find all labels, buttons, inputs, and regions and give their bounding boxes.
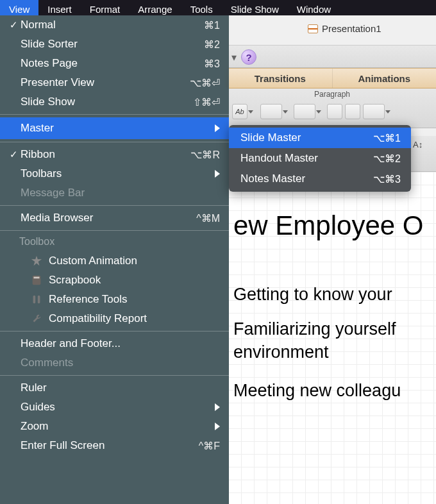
wrench-icon — [31, 313, 42, 324]
menu-item-media-browser[interactable]: Media Browser ^⌘M — [0, 208, 229, 228]
menu-item-ribbon[interactable]: ✓ Ribbon ⌥⌘R — [0, 145, 229, 164]
svg-marker-0 — [31, 256, 42, 265]
menu-item-guides[interactable]: Guides — [0, 398, 229, 417]
submenu-slide-master[interactable]: Slide Master ⌥⌘1 — [229, 128, 411, 148]
tab-transitions[interactable]: Transitions — [228, 69, 333, 88]
submenu-shortcut: ⌥⌘2 — [373, 153, 401, 165]
document-title: Presentation1 — [308, 23, 382, 34]
view-menu-dropdown: ✓ Normal ⌘1 Slide Sorter ⌘2 Notes Page ⌘… — [0, 15, 229, 504]
master-submenu: Slide Master ⌥⌘1 Handout Master ⌥⌘2 Note… — [229, 125, 411, 192]
menu-item-toolbars[interactable]: Toolbars — [0, 164, 229, 183]
svg-rect-2 — [34, 277, 40, 279]
ribbon-text-group: A↕ — [410, 136, 436, 172]
help-button[interactable]: ? — [241, 49, 256, 65]
svg-rect-4 — [38, 296, 40, 304]
increase-indent-icon[interactable] — [345, 104, 360, 119]
menu-item-ruler[interactable]: Ruler — [0, 378, 229, 398]
decrease-indent-icon[interactable] — [327, 104, 342, 119]
line-spacing-icon[interactable] — [363, 104, 385, 119]
submenu-arrow-icon — [215, 124, 220, 132]
svg-rect-3 — [33, 296, 36, 304]
tab-animations[interactable]: Animations — [333, 69, 437, 88]
toolbox-scrapbook[interactable]: Scrapbook — [0, 271, 229, 290]
submenu-item-label: Notes Master — [240, 172, 373, 185]
submenu-arrow-icon — [215, 403, 220, 411]
toolbox-item-label: Reference Tools — [49, 293, 128, 306]
menu-item-message-bar: Message Bar — [0, 183, 229, 203]
menu-item-label: Toolbars — [19, 167, 215, 180]
menu-item-label: Ruler — [19, 382, 220, 394]
menu-window[interactable]: Window — [288, 0, 340, 15]
menu-shortcut: ⌘2 — [204, 38, 220, 51]
menu-item-label: Enter Full Screen — [19, 439, 199, 452]
menu-shortcut: ^⌘F — [199, 440, 220, 452]
submenu-arrow-icon — [215, 423, 220, 430]
toolbox-item-label: Compatibility Report — [49, 312, 147, 325]
slide-canvas[interactable]: ew Employee O Getting to know your Famil… — [228, 172, 436, 504]
menu-item-label: Media Browser — [19, 212, 196, 224]
submenu-handout-master[interactable]: Handout Master ⌥⌘2 — [229, 148, 411, 169]
toolbox-reference-tools[interactable]: Reference Tools — [0, 290, 229, 309]
menu-item-label: Guides — [19, 401, 215, 414]
toolbox-item-label: Scrapbook — [49, 274, 101, 287]
menu-insert[interactable]: Insert — [38, 0, 81, 15]
menu-slideshow[interactable]: Slide Show — [222, 0, 288, 15]
menu-item-label: Presenter View — [19, 76, 190, 89]
menu-item-label: Notes Page — [19, 57, 204, 70]
check-icon: ✓ — [8, 149, 19, 160]
slide-body-line[interactable]: Meeting new colleagu — [233, 381, 401, 401]
menu-item-label: Normal — [19, 19, 204, 31]
star-icon — [31, 255, 42, 267]
slide-title-text[interactable]: ew Employee O — [233, 210, 423, 241]
slide-body-line[interactable]: Getting to know your — [233, 285, 392, 305]
menu-item-enter-full-screen[interactable]: Enter Full Screen ^⌘F — [0, 436, 229, 455]
toolbox-custom-animation[interactable]: Custom Animation — [0, 251, 229, 271]
toolbox-compatibility-report[interactable]: Compatibility Report — [0, 309, 229, 328]
menu-view[interactable]: View — [0, 0, 38, 15]
text-direction-icon[interactable]: A↕ — [413, 140, 423, 149]
menu-shortcut: ⌘3 — [204, 58, 220, 70]
toolbar-overflow-caret[interactable]: ▾ — [228, 50, 240, 64]
toolbox-section-label: Toolbox — [0, 233, 229, 251]
slide-body-line[interactable]: Familiarizing yourself — [233, 319, 396, 339]
menu-item-normal[interactable]: ✓ Normal ⌘1 — [0, 15, 229, 35]
change-case-icon[interactable]: Ab — [232, 104, 247, 119]
menu-item-label: Master — [19, 122, 215, 135]
menu-item-zoom[interactable]: Zoom — [0, 417, 229, 436]
quick-access-toolbar: ▾ ? — [228, 45, 436, 68]
menu-format[interactable]: Format — [81, 0, 130, 15]
document-title-text: Presentation1 — [322, 23, 382, 34]
submenu-arrow-icon — [215, 170, 220, 178]
menubar: View Insert Format Arrange Tools Slide S… — [0, 0, 436, 15]
menu-item-header-footer[interactable]: Header and Footer... — [0, 334, 229, 353]
check-icon: ✓ — [8, 19, 19, 31]
menu-item-master[interactable]: Master — [0, 117, 229, 139]
reference-tools-icon — [31, 294, 42, 305]
menu-item-notes-page[interactable]: Notes Page ⌘3 — [0, 54, 229, 73]
submenu-item-label: Handout Master — [240, 152, 373, 165]
paragraph-group-label: Paragraph — [228, 90, 436, 99]
menu-item-label: Comments — [19, 357, 220, 369]
toolbox-item-label: Custom Animation — [49, 255, 137, 267]
menu-shortcut: ⇧⌘⏎ — [193, 96, 220, 108]
submenu-item-label: Slide Master — [240, 131, 373, 144]
menu-tools[interactable]: Tools — [181, 0, 222, 15]
menu-item-slide-sorter[interactable]: Slide Sorter ⌘2 — [0, 35, 229, 54]
scrapbook-icon — [31, 274, 42, 286]
submenu-notes-master[interactable]: Notes Master ⌥⌘3 — [229, 169, 411, 189]
menu-item-presenter-view[interactable]: Presenter View ⌥⌘⏎ — [0, 73, 229, 92]
menu-item-label: Zoom — [19, 420, 215, 433]
submenu-shortcut: ⌥⌘1 — [373, 132, 401, 144]
menu-item-label: Slide Sorter — [19, 38, 204, 51]
menu-item-label: Slide Show — [19, 96, 193, 108]
ribbon-paragraph-group: Paragraph Ab — [228, 88, 436, 128]
numbering-icon[interactable] — [294, 104, 315, 119]
menu-item-slide-show[interactable]: Slide Show ⇧⌘⏎ — [0, 92, 229, 112]
slide-body-line[interactable]: environment — [233, 342, 329, 362]
presentation-file-icon — [308, 24, 318, 33]
menu-arrange[interactable]: Arrange — [129, 0, 181, 15]
menu-shortcut: ^⌘M — [196, 212, 220, 224]
menu-item-label: Ribbon — [19, 148, 190, 161]
bullets-icon[interactable] — [260, 104, 282, 119]
ribbon-tabs: Transitions Animations — [228, 68, 436, 88]
